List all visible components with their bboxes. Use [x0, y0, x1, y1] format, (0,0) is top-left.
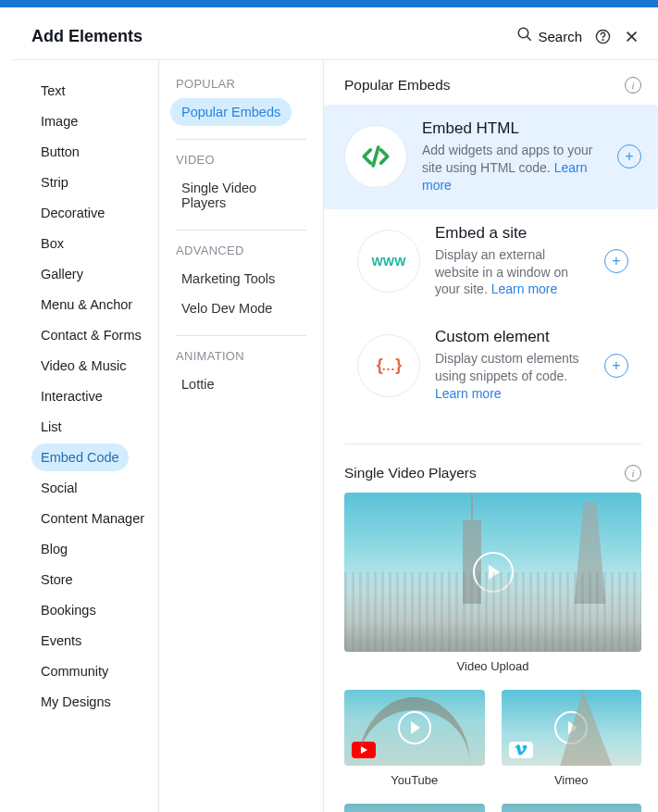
- embed-description: Add widgets and apps to your site using …: [422, 142, 602, 194]
- svg-line-6: [373, 147, 379, 166]
- video-item[interactable]: [502, 804, 642, 812]
- play-icon: [473, 552, 514, 593]
- search-button[interactable]: Search: [516, 26, 582, 46]
- search-label: Search: [538, 29, 582, 44]
- embed-title: Custom element: [435, 328, 590, 346]
- video-upload-label: Video Upload: [344, 659, 641, 673]
- info-icon[interactable]: i: [625, 77, 641, 94]
- category-item[interactable]: Social: [31, 474, 87, 502]
- category-item[interactable]: Decorative: [31, 199, 114, 227]
- category-item[interactable]: Image: [31, 107, 87, 135]
- category-item[interactable]: Strip: [31, 169, 78, 196]
- learn-more-link[interactable]: Learn more: [491, 281, 558, 296]
- subcategory-list: POPULARPopular EmbedsVIDEOSingle Video P…: [159, 60, 324, 812]
- curly-icon: {...}: [357, 334, 420, 397]
- category-item[interactable]: Content Manager: [31, 505, 154, 532]
- vimeo-badge-icon: [509, 742, 533, 758]
- category-item[interactable]: My Designs: [31, 688, 120, 716]
- subsection-item[interactable]: Marketing Tools: [170, 265, 286, 293]
- category-item[interactable]: Embed Code: [31, 443, 129, 471]
- subsection-heading: POPULAR: [170, 77, 312, 98]
- subsection-item[interactable]: Lottie: [170, 370, 225, 398]
- learn-more-link[interactable]: Learn more: [435, 386, 502, 401]
- embed-description: Display custom elements using snippets o…: [435, 350, 590, 403]
- close-button[interactable]: [624, 29, 639, 44]
- section-video-players-title: Single Video Players: [344, 465, 625, 481]
- embed-title: Embed a site: [435, 224, 590, 243]
- svg-line-1: [528, 36, 532, 41]
- info-icon[interactable]: i: [625, 465, 641, 481]
- video-vimeo-label: Vimeo: [502, 773, 642, 787]
- svg-point-3: [602, 39, 603, 40]
- www-icon: WWW: [357, 230, 420, 293]
- category-item[interactable]: Text: [31, 77, 75, 105]
- embed-card[interactable]: Embed HTMLAdd widgets and apps to your s…: [324, 105, 658, 209]
- subsection-heading: ADVANCED: [170, 244, 312, 265]
- panel-title: Add Elements: [31, 27, 516, 46]
- category-item[interactable]: Box: [31, 230, 73, 257]
- category-list: TextImageButtonStripDecorativeBoxGallery…: [13, 60, 159, 812]
- add-button[interactable]: +: [617, 144, 641, 169]
- add-button[interactable]: +: [604, 354, 628, 378]
- video-vimeo-item[interactable]: Vimeo: [502, 690, 642, 787]
- category-item[interactable]: Video & Music: [31, 352, 135, 380]
- category-item[interactable]: Gallery: [31, 260, 93, 288]
- category-item[interactable]: Button: [31, 138, 89, 166]
- section-popular-embeds-title: Popular Embeds: [344, 77, 625, 94]
- subsection-item[interactable]: Popular Embeds: [170, 98, 292, 126]
- add-button[interactable]: +: [604, 249, 628, 273]
- subsection-item[interactable]: Velo Dev Mode: [170, 294, 283, 322]
- code-icon: [344, 125, 407, 188]
- category-item[interactable]: Contact & Forms: [31, 321, 151, 349]
- video-youtube-item[interactable]: YouTube: [344, 690, 485, 787]
- category-item[interactable]: Community: [31, 657, 118, 685]
- category-item[interactable]: Bookings: [31, 596, 106, 624]
- learn-more-link[interactable]: Learn more: [422, 160, 587, 193]
- embed-card[interactable]: WWWEmbed a siteDisplay an external websi…: [344, 209, 641, 314]
- embed-description: Display an external website in a window …: [435, 246, 590, 299]
- embed-title: Embed HTML: [422, 119, 602, 138]
- subsection-heading: ANIMATION: [170, 349, 312, 370]
- subsection-heading: VIDEO: [170, 153, 312, 174]
- video-upload-item[interactable]: Video Upload: [344, 493, 641, 673]
- category-item[interactable]: List: [31, 413, 71, 441]
- subsection-item[interactable]: Single Video Players: [170, 174, 312, 217]
- play-icon: [554, 711, 588, 744]
- search-icon: [516, 26, 533, 46]
- help-button[interactable]: [595, 29, 611, 44]
- youtube-badge-icon: [352, 742, 376, 758]
- embed-card[interactable]: {...}Custom elementDisplay custom elemen…: [344, 313, 641, 418]
- category-item[interactable]: Menu & Anchor: [31, 291, 142, 319]
- category-item[interactable]: Events: [31, 627, 91, 655]
- video-item[interactable]: [344, 804, 485, 812]
- category-item[interactable]: Interactive: [31, 382, 112, 410]
- category-item[interactable]: Store: [31, 566, 82, 593]
- play-icon: [398, 711, 431, 744]
- category-item[interactable]: Blog: [31, 535, 77, 563]
- svg-point-0: [519, 28, 529, 38]
- video-youtube-label: YouTube: [344, 773, 485, 787]
- content-area: Popular Embeds i Embed HTMLAdd widgets a…: [324, 60, 658, 812]
